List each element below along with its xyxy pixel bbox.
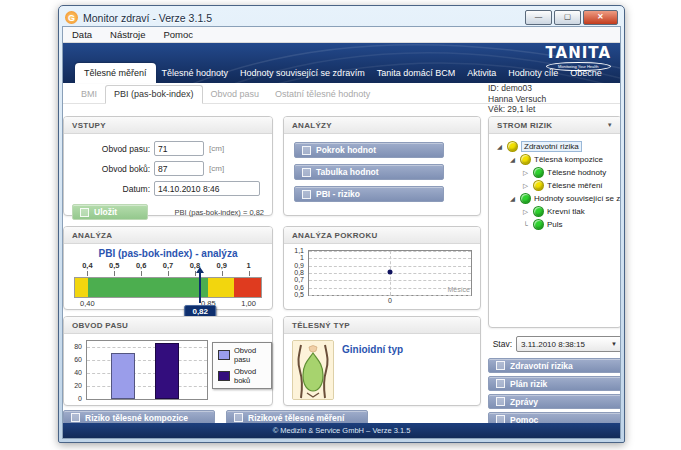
- plan-rizik-icon: [496, 379, 505, 388]
- pbi-riziko-button[interactable]: PBI - riziko: [294, 186, 444, 202]
- scale-tick-mark: [87, 271, 88, 276]
- y-tick-label: 0,7: [294, 276, 304, 283]
- y-tick-label: 80: [74, 343, 82, 350]
- save-icon: [80, 208, 89, 217]
- tree-node[interactable]: ◢Hodnoty související se zdravím: [493, 192, 617, 205]
- tree-node-label[interactable]: Tělesné měření: [547, 181, 603, 190]
- panel-analyzy: ANALÝZY Pokrok hodnot Tabulka hodnot PBI…: [283, 116, 481, 216]
- panel-typ-header: TĚLESNÝ TYP: [284, 317, 480, 334]
- panel-obvod-pasu: OBVOD PASU 806040200 Obvod pasuObvod bok…: [63, 316, 273, 406]
- stav-dropdown[interactable]: 3.11.2010 8:38:15 ▼: [516, 336, 621, 352]
- panel-analyza: ANALÝZA PBI (pas-bok-index) - analýza 0,…: [63, 226, 273, 310]
- subtab-pbi[interactable]: PBI (pas-bok-index): [105, 85, 203, 104]
- riziko-kompozice-icon: [71, 413, 80, 422]
- scale-band: [234, 278, 261, 297]
- field-obvod-pasu-label: Obvod pasu:: [72, 144, 150, 154]
- tree-node-label[interactable]: Krevní tlak: [547, 207, 585, 216]
- status-dot-icon: [533, 219, 544, 230]
- legend-label: Obvod pasu: [234, 346, 266, 364]
- tab-tanita-bcm[interactable]: Tanita domácí BCM: [371, 65, 462, 83]
- tabulka-hodnot-label: Tabulka hodnot: [316, 167, 379, 177]
- window-title: Monitor zdraví - Verze 3.1.5: [83, 12, 212, 24]
- tab-hodnoty-souvisejici[interactable]: Hodnoty související se zdravím: [234, 65, 371, 83]
- zdravotni-rizika-button[interactable]: Zdravotní rizika: [488, 358, 621, 373]
- tab-aktivita[interactable]: Aktivita: [461, 65, 502, 83]
- minimize-button[interactable]: —: [525, 10, 552, 25]
- tab-hodnoty-cile[interactable]: Hodnoty cíle: [502, 65, 564, 83]
- rizikove-mereni-icon: [234, 413, 243, 422]
- field-datum-label: Datum:: [72, 184, 150, 194]
- save-button[interactable]: Uložit: [72, 204, 148, 220]
- tree-node-label[interactable]: Hodnoty související se zdravím: [534, 194, 621, 203]
- save-button-label: Uložit: [94, 207, 117, 217]
- scale-tick-mark: [249, 271, 250, 276]
- pbi-scale: 0,40,50,60,70,80,91 0,400,851,00 0,82: [74, 261, 262, 321]
- scale-bottom-label: 1,00: [241, 299, 256, 308]
- patient-name: Hanna Versuch: [488, 94, 546, 105]
- tree-node-label[interactable]: Puls: [547, 220, 563, 229]
- menu-pomoc[interactable]: Pomoc: [154, 29, 202, 40]
- tree-node-label[interactable]: Zdravotní rizika: [521, 141, 582, 152]
- tree-expander-icon[interactable]: ◢: [508, 195, 517, 203]
- panel-analyzy-body: Pokrok hodnot Tabulka hodnot PBI - rizik…: [284, 134, 480, 210]
- pbi-riziko-icon: [302, 190, 311, 199]
- tabulka-hodnot-button[interactable]: Tabulka hodnot: [294, 164, 444, 180]
- tree-node[interactable]: ▷Tělesné měření: [493, 179, 617, 192]
- subtab-ostatni[interactable]: Ostatní tělesné hodnoty: [267, 86, 378, 103]
- tree-node-label[interactable]: Tělesné hodnoty: [547, 168, 606, 177]
- menu-data[interactable]: Data: [63, 29, 101, 40]
- progress-ylabels: 1,110,90,80,70,60,5: [284, 250, 306, 294]
- panel-obvod-body: 806040200 Obvod pasuObvod boků: [64, 334, 272, 406]
- progress-xlabel: Měsíce: [447, 286, 470, 293]
- risk-tree: ◢Zdravotní rizika◢Tělesná kompozice▷Těle…: [489, 134, 621, 237]
- close-button[interactable]: ✕: [583, 10, 618, 25]
- panel-vstupy-header: VSTUPY: [64, 117, 272, 134]
- tree-expander-icon[interactable]: ▷: [521, 169, 530, 177]
- subtab-bmi[interactable]: BMI: [73, 86, 105, 103]
- y-tick-label: 20: [74, 382, 82, 389]
- tree-node-label[interactable]: Tělesná kompozice: [534, 155, 603, 164]
- maximize-button[interactable]: ▢: [554, 10, 581, 25]
- body-type-image: [292, 340, 334, 400]
- tree-node[interactable]: ◢Zdravotní rizika: [493, 140, 617, 153]
- tree-node[interactable]: └Puls: [493, 218, 617, 231]
- collapse-panel-icon[interactable]: ▼: [607, 122, 613, 128]
- menu-nastroje[interactable]: Nástroje: [101, 29, 154, 40]
- tree-expander-icon[interactable]: ◢: [508, 156, 517, 164]
- tab-obecne[interactable]: Obecné: [564, 65, 608, 83]
- tabulka-hodnot-icon: [302, 168, 311, 177]
- y-tick-label: 60: [74, 356, 82, 363]
- waist-legend: Obvod pasuObvod boků: [212, 342, 272, 389]
- tab-telesne-mereni[interactable]: Tělesné měření: [75, 63, 156, 83]
- zpravy-button[interactable]: Zprávy: [488, 394, 621, 409]
- datum-input[interactable]: [154, 181, 260, 196]
- tree-expander-icon[interactable]: ▷: [521, 182, 530, 190]
- tree-expander-icon[interactable]: ▷: [521, 208, 530, 216]
- plan-rizik-button[interactable]: Plán rizik: [488, 376, 621, 391]
- panel-telesny-typ: TĚLESNÝ TYP Ginioidní typ: [283, 316, 481, 406]
- titlebar[interactable]: G Monitor zdraví - Verze 3.1.5 — ▢ ✕: [62, 9, 621, 26]
- obvod-boku-input[interactable]: [154, 161, 204, 176]
- patient-id: ID: demo03: [488, 83, 546, 94]
- scale-band: [75, 278, 88, 297]
- legend-swatch-icon: [218, 371, 230, 381]
- zdravotni-rizika-icon: [496, 361, 505, 370]
- legend-item: Obvod boků: [218, 367, 266, 385]
- y-tick-label: 0,6: [294, 283, 304, 290]
- rizikove-mereni-label: Rizikové tělesné měření: [248, 413, 344, 423]
- body-type-label: Ginioidní typ: [342, 344, 403, 355]
- tree-node[interactable]: ▷Tělesné hodnoty: [493, 166, 617, 179]
- pokrok-hodnot-icon: [302, 146, 311, 155]
- tree-expander-icon[interactable]: ◢: [495, 143, 504, 151]
- content-area: VSTUPY Obvod pasu: [cm] Obvod boků: [cm]…: [63, 104, 620, 423]
- pokrok-hodnot-button[interactable]: Pokrok hodnot: [294, 142, 444, 158]
- obvod-pasu-input[interactable]: [154, 141, 204, 156]
- tree-node[interactable]: ◢Tělesná kompozice: [493, 153, 617, 166]
- panel-pokrok-body: 1,110,90,80,70,60,5 0 Měsíce: [284, 244, 480, 310]
- tree-node[interactable]: ▷Krevní tlak: [493, 205, 617, 218]
- scale-tick-mark: [114, 271, 115, 276]
- tab-telesne-hodnoty[interactable]: Tělesné hodnoty: [156, 65, 235, 83]
- panel-analyza-body: PBI (pas-bok-index) - analýza 0,40,50,60…: [64, 248, 272, 321]
- status-dot-icon: [533, 180, 544, 191]
- subtab-obvod-pasu[interactable]: Obvod pasu: [203, 86, 268, 103]
